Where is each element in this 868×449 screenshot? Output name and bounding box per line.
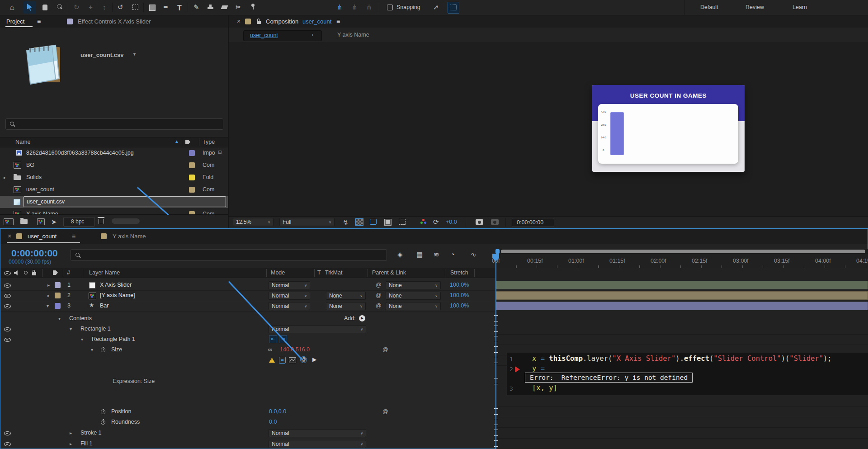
resolution-dropdown[interactable]: Full [279, 218, 335, 226]
position-label[interactable]: Position [111, 408, 131, 415]
preview-title-caret-icon[interactable]: ▼ [132, 52, 137, 57]
tab-project[interactable]: Project [6, 18, 24, 25]
comp-tab-close-icon[interactable]: × [237, 18, 241, 25]
layer-name[interactable]: X Axis Slider [100, 282, 132, 288]
parent-pickwhip-icon[interactable]: @ [376, 292, 382, 299]
expression-line-2[interactable]: y = [532, 364, 545, 373]
breadcrumb-active-tab[interactable]: user_count ‹ [243, 30, 322, 41]
rectangle-tool[interactable] [149, 5, 156, 11]
layer-name[interactable]: [Y axis Name] [100, 292, 135, 299]
breadcrumb-back-icon[interactable]: ‹ [311, 32, 313, 38]
label-swatch[interactable] [189, 187, 195, 193]
lock-open-icon[interactable] [257, 21, 261, 24]
guides-icon[interactable] [399, 219, 406, 225]
rename-field[interactable]: user_count.csv [24, 196, 226, 207]
transparency-grid-icon[interactable] [355, 218, 363, 226]
project-row-user-count-csv[interactable]: user_count.csv [0, 196, 228, 208]
parent-pickwhip-icon[interactable]: @ [376, 282, 382, 288]
prop-row-rectangle1[interactable]: Rectangle 1 Normal [0, 324, 495, 334]
col-parent-link[interactable]: Parent & Link [372, 269, 406, 276]
group-visibility-toggle[interactable] [4, 327, 11, 331]
col-num[interactable]: # [67, 269, 70, 276]
selection-tool[interactable] [24, 1, 36, 14]
project-col-type[interactable]: Type [203, 139, 215, 146]
expression-size-label[interactable]: Expression: Size [113, 378, 155, 385]
prop-row-rectangle-path[interactable]: Rectangle Path 1 ⇤ ⇥ [0, 334, 495, 345]
prop-row-position[interactable]: Position 0.0,0.0 @ [0, 406, 495, 417]
trash-icon[interactable] [99, 219, 104, 224]
rotation-tool[interactable]: ↺ [118, 4, 123, 10]
preview-timecode-box[interactable]: 0:00:00:00 [512, 218, 554, 227]
layer3-parent-dropdown[interactable]: None [386, 302, 441, 310]
timeline-tab1-menu-icon[interactable]: ≡ [72, 232, 75, 240]
sort-ascending-icon[interactable]: ▲ [175, 139, 179, 144]
reset-exposure-icon[interactable]: ⟳ [433, 218, 439, 225]
home-icon[interactable]: ⌂ [10, 4, 14, 11]
project-col-name[interactable]: Name [15, 139, 30, 146]
current-timecode[interactable]: 0:00:00:00 [11, 247, 58, 259]
roundness-value[interactable]: 0.0 [269, 419, 277, 425]
snapping-checkbox[interactable] [387, 5, 393, 10]
fill-visibility-toggle[interactable] [4, 442, 11, 446]
stroke-visibility-toggle[interactable] [4, 431, 11, 435]
layer2-trkmat-dropdown[interactable]: None [326, 292, 366, 300]
time-navigator[interactable] [495, 249, 868, 254]
project-search-input[interactable] [5, 118, 223, 130]
timeline-tab1[interactable]: user_count [28, 233, 57, 240]
twirl-icon[interactable] [70, 326, 72, 332]
timeline-tab2[interactable]: Y axis Name [113, 233, 146, 240]
playhead-line[interactable] [495, 254, 496, 449]
timeline-tab-close-icon[interactable]: × [8, 232, 11, 240]
snapping-options-icon[interactable]: ➚ [433, 4, 439, 10]
prop-row-size[interactable]: Size ∞ 140.0,516.0 @ [0, 345, 495, 355]
workspace-default[interactable]: Default [700, 4, 718, 11]
workspace-review[interactable]: Review [745, 4, 764, 11]
size-stopwatch-icon[interactable] [101, 348, 105, 352]
label-swatch[interactable] [189, 175, 195, 180]
prop-row-stroke[interactable]: Stroke 1 Normal [0, 428, 495, 438]
prop-row-roundness[interactable]: Roundness 0.0 [0, 417, 495, 427]
position-stopwatch-icon[interactable] [101, 410, 105, 414]
mask-visibility-icon[interactable] [384, 219, 392, 226]
roundness-label[interactable]: Roundness [111, 419, 140, 425]
reverse-path-direction-icon[interactable]: ⇤ [269, 336, 277, 343]
property-pickwhip-icon[interactable]: @ [382, 408, 388, 415]
col-t[interactable]: T [317, 269, 321, 276]
rectangle1-label[interactable]: Rectangle 1 [80, 326, 111, 332]
project-row-bg[interactable]: BG Com [0, 159, 228, 171]
project-scrollbar[interactable] [112, 218, 140, 224]
layer-label-swatch[interactable] [55, 282, 61, 288]
stretch-value[interactable]: 100.0% [450, 292, 469, 299]
dolly-camera-tool[interactable]: ↕ [103, 4, 106, 10]
layer-twirl-icon[interactable] [47, 302, 49, 309]
composition-expand-button[interactable] [448, 2, 459, 14]
roto-brush-tool[interactable]: ✂ [236, 4, 241, 10]
layer3-trkmat-dropdown[interactable]: None [326, 302, 366, 310]
path-visibility-toggle[interactable] [4, 338, 11, 342]
frame-blending-icon[interactable]: ≋ [434, 251, 439, 258]
label-swatch[interactable] [189, 150, 195, 156]
interpret-footage-icon[interactable] [4, 218, 14, 225]
camera-region-tool[interactable] [132, 5, 138, 10]
prop-row-fill[interactable]: Fill 1 Normal [0, 439, 495, 449]
draft-3d-icon[interactable]: ▤ [416, 251, 423, 258]
fill-blend-dropdown[interactable]: Normal [269, 440, 366, 448]
layer1-mode-dropdown[interactable]: Normal [269, 281, 310, 289]
comp-tab-label[interactable]: Composition [266, 18, 298, 25]
composition-mini-flowchart-icon[interactable]: ◈ [397, 251, 403, 258]
add-button-icon[interactable]: ▶ [359, 315, 365, 321]
type-tool[interactable]: T [177, 4, 182, 12]
hand-tool[interactable] [42, 5, 47, 10]
brush-tool[interactable]: ✎ [193, 4, 199, 10]
project-row-user-count[interactable]: user_count Com [0, 184, 228, 196]
eraser-tool[interactable] [221, 5, 228, 9]
layer-visibility-toggle[interactable] [4, 284, 11, 288]
view-axis-mode-icon[interactable]: ⋔ [366, 4, 372, 10]
layer1-parent-dropdown[interactable]: None [386, 281, 441, 289]
comp-tab-name[interactable]: user_count [302, 18, 331, 25]
zoom-tool[interactable] [57, 4, 62, 9]
local-axis-mode-icon[interactable]: ⋔ [337, 4, 343, 10]
region-of-interest-icon[interactable] [370, 219, 377, 225]
comp-viewer[interactable]: USER COUNT IN GAMES 42.0 28.0 14.0 0 [229, 42, 868, 216]
stroke-label[interactable]: Stroke 1 [80, 430, 102, 436]
